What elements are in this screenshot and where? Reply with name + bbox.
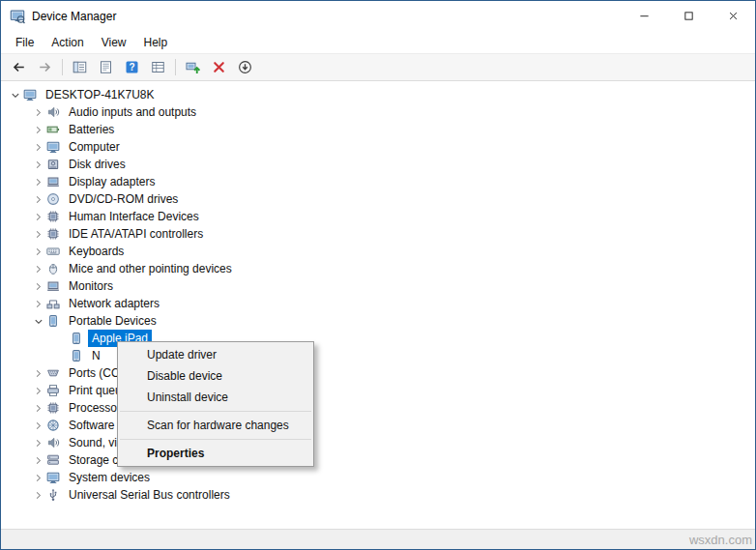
software-device-icon <box>45 419 60 433</box>
chevron-right-icon[interactable] <box>30 435 45 450</box>
tree-item-disk-drives[interactable]: Disk drives <box>1 156 755 173</box>
tree-item-label: DESKTOP-41K7U8K <box>42 86 159 103</box>
portable-device-icon <box>69 349 83 363</box>
chevron-right-icon[interactable] <box>30 209 45 224</box>
menu-file[interactable]: File <box>7 33 43 52</box>
chevron-right-icon[interactable] <box>30 139 45 155</box>
tree-item-monitors[interactable]: Monitors <box>1 277 755 295</box>
chevron-right-icon[interactable] <box>30 278 45 294</box>
context-menu-item-disable-device[interactable]: Disable device <box>118 365 313 387</box>
chevron-right-icon[interactable] <box>30 157 45 172</box>
tree-item-storage-controllers[interactable]: Storage controllers <box>1 451 755 469</box>
properties-button[interactable] <box>93 55 119 79</box>
tree-item-network-adapters[interactable]: Network adapters <box>1 295 755 312</box>
tree-item-label: Batteries <box>65 121 118 138</box>
scan-hardware-changes-button[interactable] <box>232 55 258 79</box>
tree-item-label: Computer <box>65 138 124 156</box>
tree-item-sound-video-and-game-controllers[interactable]: Sound, video and game controllers <box>1 434 755 451</box>
maximize-button[interactable] <box>666 1 711 31</box>
tree-item-label: N <box>88 347 104 364</box>
tree-item-system-devices[interactable]: System devices <box>1 469 755 486</box>
watermark: wsxdn.com <box>689 533 752 547</box>
tree-item-label: Mice and other pointing devices <box>65 260 236 277</box>
tree-item-apple-ipad[interactable]: Apple iPad <box>1 330 755 347</box>
context-menu-separator <box>120 439 311 440</box>
chevron-right-icon[interactable] <box>30 365 45 381</box>
back-button[interactable] <box>6 55 32 79</box>
chevron-right-icon[interactable] <box>30 296 45 311</box>
context-menu: Update driverDisable deviceUninstall dev… <box>117 341 314 467</box>
toolbar-separator <box>175 59 176 75</box>
chevron-down-icon[interactable] <box>7 87 22 102</box>
context-menu-item-properties[interactable]: Properties <box>118 443 313 464</box>
help-button[interactable]: ? <box>119 55 145 79</box>
menu-action[interactable]: Action <box>43 33 92 52</box>
system-device-icon <box>45 471 60 485</box>
context-menu-item-uninstall-device[interactable]: Uninstall device <box>118 387 313 408</box>
battery-icon <box>45 123 60 137</box>
chevron-right-icon[interactable] <box>30 452 45 468</box>
chevron-right-icon[interactable] <box>30 383 45 398</box>
device-manager-icon <box>10 9 25 24</box>
context-menu-item-scan-for-hardware-changes[interactable]: Scan for hardware changes <box>118 415 313 436</box>
hid-icon <box>45 210 60 224</box>
update-driver-button[interactable] <box>180 55 206 79</box>
display-adapter-icon <box>45 175 60 189</box>
chevron-right-icon[interactable] <box>30 191 45 207</box>
chevron-right-icon[interactable] <box>30 174 45 189</box>
tree-item-batteries[interactable]: Batteries <box>1 121 755 138</box>
tree-item-label: Monitors <box>65 277 117 295</box>
title-bar: Device Manager <box>1 1 755 31</box>
tree-item-portable-devices[interactable]: Portable Devices <box>1 312 755 330</box>
chevron-right-icon[interactable] <box>30 226 45 242</box>
forward-button[interactable] <box>32 55 58 79</box>
chevron-right-icon[interactable] <box>30 261 45 276</box>
menu-help[interactable]: Help <box>135 33 177 52</box>
tree-item-label: DVD/CD-ROM drives <box>65 190 182 208</box>
tree-item-audio-inputs-and-outputs[interactable]: Audio inputs and outputs <box>1 103 755 121</box>
uninstall-device-button[interactable] <box>206 55 232 79</box>
tree-item-human-interface-devices[interactable]: Human Interface Devices <box>1 208 755 225</box>
tree-item-dvd-cd-rom-drives[interactable]: DVD/CD-ROM drives <box>1 190 755 208</box>
update-driver-icon <box>186 60 200 74</box>
tree-item-processors[interactable]: Processors <box>1 399 755 417</box>
scan-hardware-icon <box>238 60 252 74</box>
computer-icon <box>45 140 60 155</box>
chevron-right-icon[interactable] <box>30 122 45 137</box>
chevron-right-icon[interactable] <box>30 400 45 416</box>
chevron-right-icon[interactable] <box>30 244 45 259</box>
tree-item-ports-com-lpt[interactable]: Ports (COM & LPT) <box>1 364 755 382</box>
sound-controller-icon <box>45 436 60 450</box>
tree-item-mice-and-other-pointing-devices[interactable]: Mice and other pointing devices <box>1 260 755 277</box>
close-button[interactable] <box>711 1 755 31</box>
window-controls <box>622 1 755 31</box>
serial-port-icon <box>45 366 60 381</box>
status-bar: wsxdn.com <box>1 529 755 549</box>
chevron-right-icon[interactable] <box>30 418 45 433</box>
tree-item-print-queues[interactable]: Print queues <box>1 382 755 399</box>
tree-item-desktop-41k7u8k[interactable]: DESKTOP-41K7U8K <box>1 86 755 103</box>
export-list-button[interactable] <box>145 55 171 79</box>
mouse-icon <box>45 262 60 276</box>
tree-item-software-devices[interactable]: Software devices <box>1 417 755 434</box>
tree-item-n[interactable]: N <box>1 347 755 364</box>
context-menu-item-update-driver[interactable]: Update driver <box>118 344 313 365</box>
export-list-icon <box>151 60 165 74</box>
tree-item-label: Network adapters <box>65 295 163 312</box>
chevron-down-icon[interactable] <box>30 313 45 329</box>
chevron-right-icon[interactable] <box>30 104 45 120</box>
show-console-tree-button[interactable] <box>67 55 93 79</box>
minimize-button[interactable] <box>622 1 666 31</box>
menu-view[interactable]: View <box>93 33 135 52</box>
chevron-right-icon[interactable] <box>30 470 45 485</box>
usb-icon <box>45 488 60 503</box>
toolbar: ? <box>1 53 755 81</box>
console-tree-icon <box>73 60 87 74</box>
tree-item-universal-serial-bus-controllers[interactable]: Universal Serial Bus controllers <box>1 486 755 504</box>
tree-item-ide-ata-atapi-controllers[interactable]: IDE ATA/ATAPI controllers <box>1 225 755 243</box>
tree-item-display-adapters[interactable]: Display adapters <box>1 173 755 190</box>
tree-item-label: Human Interface Devices <box>65 208 203 225</box>
tree-item-keyboards[interactable]: Keyboards <box>1 243 755 260</box>
chevron-right-icon[interactable] <box>30 487 45 503</box>
tree-item-computer[interactable]: Computer <box>1 138 755 156</box>
